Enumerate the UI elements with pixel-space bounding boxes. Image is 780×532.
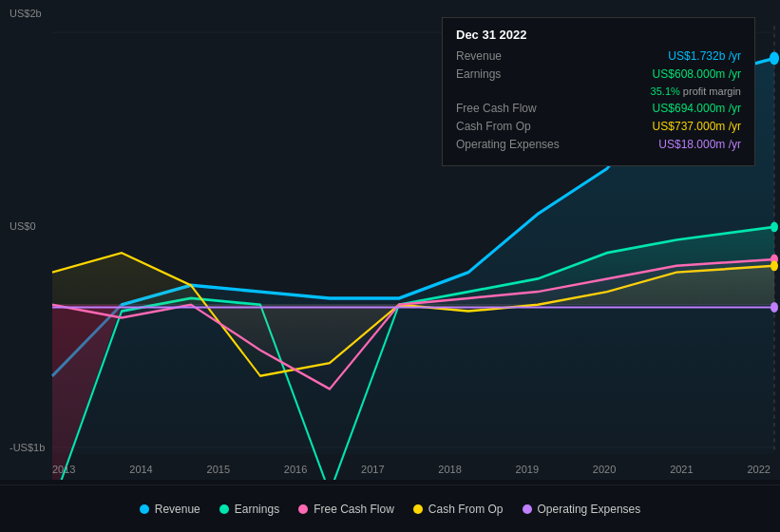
legend-cashfromop[interactable]: Cash From Op (413, 503, 504, 516)
legend-earnings-label: Earnings (235, 503, 279, 516)
earnings-row: Earnings US$608.000m /yr (456, 67, 741, 81)
cashfromop-value: US$737.000m /yr (653, 120, 741, 133)
earnings-dot (219, 504, 229, 514)
revenue-row: Revenue US$1.732b /yr (456, 49, 741, 63)
svg-point-13 (770, 302, 778, 313)
svg-point-12 (770, 260, 778, 271)
legend-revenue-label: Revenue (155, 503, 200, 516)
opex-label: Operating Expenses (456, 138, 580, 151)
fcf-row: Free Cash Flow US$694.000m /yr (456, 102, 741, 115)
legend-fcf-label: Free Cash Flow (314, 503, 394, 516)
x-axis: 2013 2014 2015 2016 2017 2018 2019 2020 … (52, 464, 770, 475)
revenue-label: Revenue (456, 49, 580, 63)
legend-fcf[interactable]: Free Cash Flow (298, 503, 394, 516)
legend-revenue[interactable]: Revenue (140, 503, 200, 516)
x-label-2019: 2019 (516, 464, 539, 475)
x-label-2017: 2017 (361, 464, 384, 475)
legend-opex[interactable]: Operating Expenses (523, 503, 641, 516)
profit-margin-value: 35.1% profit margin (651, 86, 741, 97)
cashfromop-dot (413, 504, 423, 514)
legend-earnings[interactable]: Earnings (219, 503, 279, 516)
cashfromop-row: Cash From Op US$737.000m /yr (456, 120, 741, 133)
profit-margin-row: 35.1% profit margin (456, 86, 741, 97)
x-label-2020: 2020 (593, 464, 616, 475)
revenue-dot (140, 504, 149, 514)
opex-dot (523, 504, 532, 514)
x-label-2016: 2016 (284, 464, 307, 475)
legend-cashfromop-label: Cash From Op (428, 503, 504, 516)
tooltip-box: Dec 31 2022 Revenue US$1.732b /yr Earnin… (442, 17, 755, 166)
fcf-label: Free Cash Flow (456, 102, 580, 115)
x-label-2018: 2018 (438, 464, 461, 475)
cashfromop-label: Cash From Op (456, 120, 580, 133)
chart-legend: Revenue Earnings Free Cash Flow Cash Fro… (0, 484, 780, 532)
earnings-value: US$608.000m /yr (653, 67, 741, 81)
x-label-2021: 2021 (670, 464, 693, 475)
svg-point-10 (770, 221, 778, 232)
x-label-2013: 2013 (52, 464, 75, 475)
legend-opex-label: Operating Expenses (538, 503, 641, 516)
svg-point-9 (770, 52, 779, 66)
opex-row: Operating Expenses US$18.000m /yr (456, 138, 741, 151)
fcf-value: US$694.000m /yr (653, 102, 741, 115)
earnings-label: Earnings (456, 67, 580, 81)
x-label-2014: 2014 (129, 464, 152, 475)
revenue-value: US$1.732b /yr (668, 49, 741, 63)
fcf-dot (298, 504, 308, 514)
x-label-2015: 2015 (207, 464, 230, 475)
tooltip-date: Dec 31 2022 (456, 28, 741, 42)
opex-value: US$18.000m /yr (658, 138, 741, 151)
x-label-2022: 2022 (747, 464, 770, 475)
